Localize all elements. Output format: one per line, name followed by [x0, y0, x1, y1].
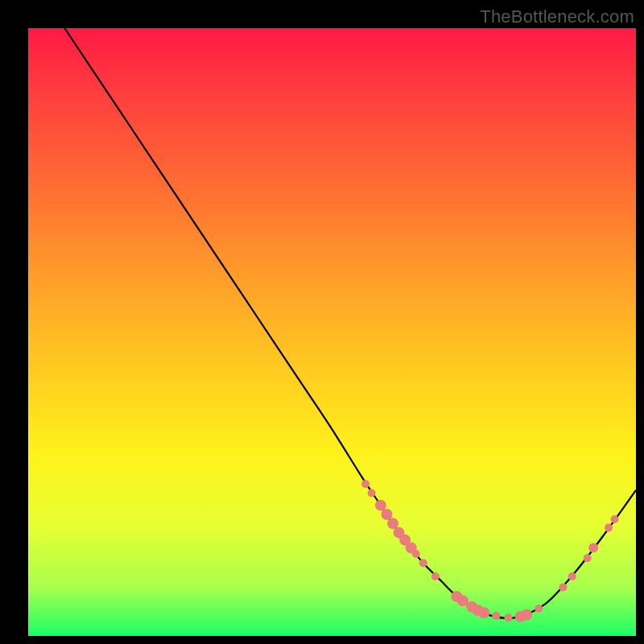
curve-marker	[431, 572, 440, 580]
watermark-text: TheBottleneck.com	[480, 6, 634, 27]
curve-marker	[478, 607, 489, 618]
curve-marker	[492, 612, 500, 620]
curve-marker	[584, 554, 592, 562]
curve-marker	[588, 543, 598, 553]
curve-marker	[535, 605, 543, 613]
bottleneck-chart	[0, 0, 644, 644]
curve-marker	[611, 515, 619, 523]
curve-marker	[368, 489, 376, 497]
chart-container: TheBottleneck.com	[0, 0, 644, 644]
curve-marker	[361, 480, 369, 488]
curve-marker	[504, 613, 512, 621]
curve-marker	[419, 559, 427, 567]
curve-marker	[559, 584, 567, 592]
curve-marker	[412, 550, 420, 558]
curve-marker	[605, 524, 613, 532]
curve-marker	[521, 609, 532, 621]
curve-marker	[568, 572, 576, 580]
plot-background	[28, 28, 636, 636]
